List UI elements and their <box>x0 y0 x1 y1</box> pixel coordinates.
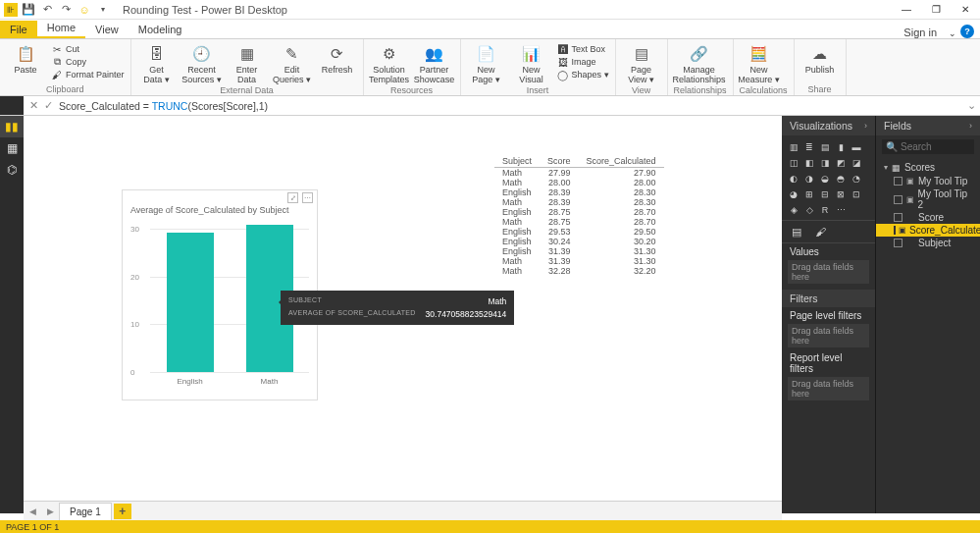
collapse-fields-icon[interactable]: › <box>969 121 972 131</box>
table-visual[interactable]: SubjectScoreScore_CalculatedMath27.9927.… <box>494 155 664 276</box>
table-row[interactable]: English29.5329.50 <box>494 227 664 237</box>
format-painter-button[interactable]: 🖌Format Painter <box>51 69 125 80</box>
field-item[interactable]: ▣My Tool Tip 2 <box>876 187 980 211</box>
image-button[interactable]: 🖼Image <box>557 56 609 68</box>
report-filters-dropzone[interactable]: Drag data fields here <box>788 377 869 400</box>
viz-type-icon[interactable]: ▬ <box>850 140 863 154</box>
fields-search[interactable]: 🔍 <box>882 139 974 154</box>
next-page-button[interactable]: ▶ <box>41 506 59 516</box>
get-data-button[interactable]: 🗄Get Data ▾ <box>137 41 177 85</box>
viz-type-icon[interactable]: ◐ <box>787 172 800 186</box>
cut-button[interactable]: ✂Cut <box>51 43 125 55</box>
viz-type-icon[interactable]: ▥ <box>787 140 800 154</box>
viz-type-icon[interactable]: ⊞ <box>802 187 816 201</box>
field-item[interactable]: ▣My Tool Tip <box>876 175 980 187</box>
tab-view[interactable]: View <box>85 21 129 38</box>
checkbox-icon[interactable] <box>894 239 903 247</box>
viz-type-icon[interactable]: ◒ <box>818 172 832 186</box>
viz-type-icon[interactable]: ◨ <box>818 156 832 170</box>
viz-type-icon[interactable]: ◕ <box>787 187 800 201</box>
enter-data-button[interactable]: ▦Enter Data <box>228 41 267 85</box>
report-canvas[interactable]: ⤢ ⋯ Average of Score_Calculated by Subje… <box>24 116 782 513</box>
new-page-button[interactable]: 📄New Page ▾ <box>467 41 506 85</box>
formula-expand-icon[interactable]: ⌄ <box>962 99 980 112</box>
partner-showcase-button[interactable]: 👥Partner Showcase <box>415 41 454 85</box>
qat-dropdown-icon[interactable]: ▾ <box>95 2 111 18</box>
field-item[interactable]: Subject <box>876 237 980 249</box>
sign-in-link[interactable]: Sign in <box>896 27 945 38</box>
model-view-button[interactable]: ⌬ <box>0 159 24 181</box>
table-row[interactable]: English28.3928.30 <box>494 187 664 197</box>
viz-type-icon[interactable]: R <box>818 203 832 217</box>
field-item[interactable]: Score <box>876 211 980 224</box>
text-box-button[interactable]: 🅰Text Box <box>557 43 609 55</box>
field-item[interactable]: ▣Score_Calculated <box>876 224 980 237</box>
page-tab[interactable]: Page 1 <box>59 503 112 520</box>
table-row[interactable]: Math31.3931.30 <box>494 256 664 266</box>
checkbox-icon[interactable] <box>894 195 903 204</box>
table-row[interactable]: Math28.0028.00 <box>494 178 664 187</box>
collapse-viz-icon[interactable]: › <box>864 121 867 131</box>
format-tab-icon[interactable]: 🖌 <box>813 225 827 239</box>
viz-type-icon[interactable]: ◪ <box>850 156 863 170</box>
manage-relationships-button[interactable]: 🔗Manage Relationships <box>674 41 725 85</box>
viz-type-icon[interactable]: ◓ <box>834 172 848 186</box>
fields-table-node[interactable]: ▦Scores <box>876 160 980 175</box>
fields-tab-icon[interactable]: ▤ <box>790 225 803 239</box>
table-row[interactable]: English30.2430.20 <box>494 237 664 246</box>
table-row[interactable]: Math28.7528.70 <box>494 217 664 227</box>
tab-modeling[interactable]: Modeling <box>129 21 192 38</box>
viz-type-icon[interactable]: ◩ <box>834 156 848 170</box>
page-filters-dropzone[interactable]: Drag data fields here <box>788 324 869 347</box>
help-icon[interactable]: ? <box>960 25 974 38</box>
table-row[interactable]: Math28.3928.30 <box>494 197 664 207</box>
smiley-icon[interactable]: ☺ <box>77 2 92 18</box>
viz-type-icon[interactable]: ▮ <box>834 140 848 154</box>
add-page-button[interactable]: + <box>114 504 131 519</box>
undo-icon[interactable]: ↶ <box>39 2 55 18</box>
viz-type-icon[interactable]: ◧ <box>802 156 816 170</box>
table-header[interactable]: Score <box>540 155 579 168</box>
values-dropzone[interactable]: Drag data fields here <box>788 260 869 284</box>
tab-file[interactable]: File <box>0 21 37 38</box>
viz-type-icon[interactable]: ◇ <box>802 203 816 217</box>
viz-type-icon[interactable]: ⊠ <box>834 187 848 201</box>
viz-type-icon[interactable]: ◑ <box>802 172 816 186</box>
shapes-button[interactable]: ◯Shapes ▾ <box>557 69 609 80</box>
report-view-button[interactable]: ▮▮ <box>0 116 24 137</box>
save-icon[interactable]: 💾 <box>21 2 36 18</box>
solution-templates-button[interactable]: ⚙Solution Templates <box>370 41 409 85</box>
viz-type-icon[interactable]: ◈ <box>787 203 800 217</box>
checkbox-icon[interactable] <box>894 226 896 235</box>
table-row[interactable]: English28.7528.70 <box>494 207 664 217</box>
page-view-button[interactable]: ▤Page View ▾ <box>622 41 661 85</box>
redo-icon[interactable]: ↷ <box>58 2 74 18</box>
paste-button[interactable]: 📋Paste <box>6 41 45 76</box>
formula-cancel-icon[interactable]: ✕ <box>29 99 38 112</box>
focus-mode-icon[interactable]: ⤢ <box>287 192 298 203</box>
chevron-down-icon[interactable]: ⌄ <box>945 28 960 38</box>
viz-type-icon[interactable]: ◔ <box>850 172 863 186</box>
edit-queries-button[interactable]: ✎Edit Queries ▾ <box>273 41 312 85</box>
more-options-icon[interactable]: ⋯ <box>302 192 313 203</box>
checkbox-icon[interactable] <box>894 177 903 186</box>
copy-button[interactable]: ⧉Copy <box>51 56 125 68</box>
viz-type-icon[interactable]: ⋯ <box>834 203 848 217</box>
prev-page-button[interactable]: ◀ <box>24 506 41 516</box>
viz-type-icon[interactable]: ◫ <box>787 156 800 170</box>
viz-type-icon[interactable]: ⊟ <box>818 187 832 201</box>
recent-sources-button[interactable]: 🕘Recent Sources ▾ <box>182 41 222 85</box>
close-button[interactable]: ✕ <box>951 0 980 20</box>
new-measure-button[interactable]: 🧮New Measure ▾ <box>740 41 779 85</box>
table-header[interactable]: Subject <box>494 155 540 168</box>
formula-input[interactable]: Score_Calculated = TRUNC(Scores[Score],1… <box>59 100 962 112</box>
viz-type-icon[interactable]: ▤ <box>818 140 832 154</box>
minimize-button[interactable]: ― <box>892 0 921 20</box>
refresh-button[interactable]: ⟳Refresh <box>318 41 357 76</box>
table-header[interactable]: Score_Calculated <box>579 155 664 168</box>
viz-type-icon[interactable]: ⊡ <box>850 187 863 201</box>
maximize-button[interactable]: ❐ <box>921 0 951 20</box>
new-visual-button[interactable]: 📊New Visual <box>512 41 551 85</box>
viz-type-icon[interactable]: ≣ <box>802 140 816 154</box>
table-row[interactable]: English31.3931.30 <box>494 246 664 256</box>
